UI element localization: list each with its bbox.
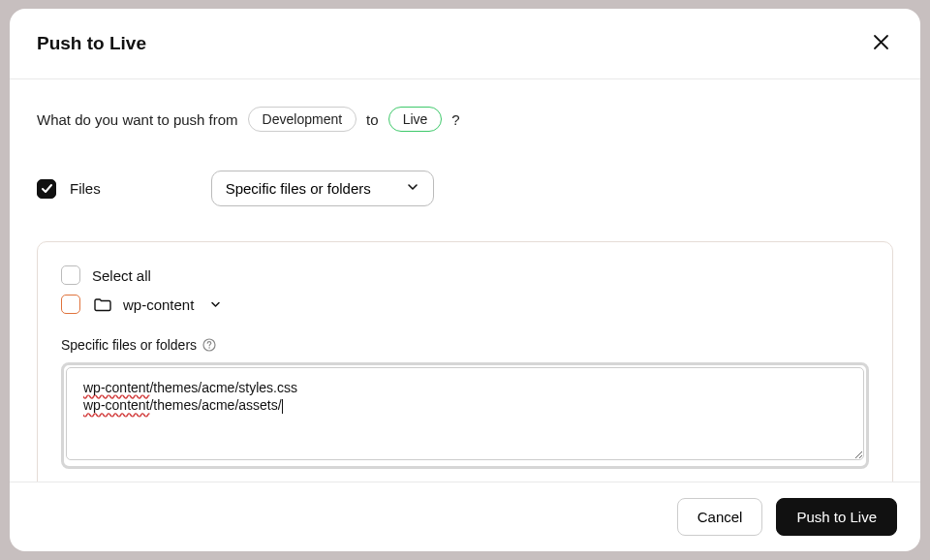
- target-env-pill: Live: [388, 107, 443, 132]
- folder-icon: [94, 297, 111, 312]
- help-icon[interactable]: [202, 338, 216, 352]
- close-icon: [873, 34, 889, 53]
- cancel-button[interactable]: Cancel: [677, 498, 763, 536]
- files-row: Files Specific files or folders: [37, 171, 893, 206]
- select-all-checkbox[interactable]: [61, 265, 80, 285]
- source-env-pill: Development: [248, 107, 357, 132]
- chevron-down-icon: [406, 180, 419, 197]
- modal-header: Push to Live: [10, 9, 920, 79]
- textarea-container: wp-content/themes/acme/styles.css wp-con…: [66, 367, 864, 464]
- files-panel: Select all wp-content Specific files or …: [37, 241, 893, 482]
- question-prefix: What do you want to push from: [37, 111, 238, 128]
- chevron-down-icon[interactable]: [209, 298, 222, 311]
- select-all-label: Select all: [92, 267, 151, 284]
- specific-files-textarea[interactable]: [66, 367, 864, 460]
- wp-content-checkbox[interactable]: [61, 295, 80, 314]
- tree-root-label: wp-content: [123, 296, 194, 313]
- push-to-live-modal: Push to Live What do you want to push fr…: [10, 9, 920, 551]
- specific-files-label-row: Specific files or folders: [61, 337, 869, 353]
- files-scope-select[interactable]: Specific files or folders: [211, 171, 434, 206]
- push-to-live-button[interactable]: Push to Live: [776, 498, 897, 536]
- textarea-outer: wp-content/themes/acme/styles.css wp-con…: [61, 362, 869, 469]
- files-checkbox[interactable]: [37, 179, 56, 199]
- specific-files-label: Specific files or folders: [61, 337, 197, 353]
- select-all-row: Select all: [61, 265, 869, 285]
- modal-footer: Cancel Push to Live: [10, 482, 920, 551]
- to-word: to: [366, 111, 379, 128]
- tree-root-row: wp-content: [61, 295, 869, 314]
- question-row: What do you want to push from Developmen…: [37, 107, 893, 132]
- close-button[interactable]: [869, 30, 893, 57]
- question-suffix: ?: [451, 111, 459, 128]
- svg-point-1: [208, 347, 210, 349]
- modal-title: Push to Live: [37, 33, 146, 54]
- files-label: Files: [70, 180, 101, 197]
- select-value: Specific files or folders: [226, 180, 371, 197]
- modal-body: What do you want to push from Developmen…: [10, 79, 920, 482]
